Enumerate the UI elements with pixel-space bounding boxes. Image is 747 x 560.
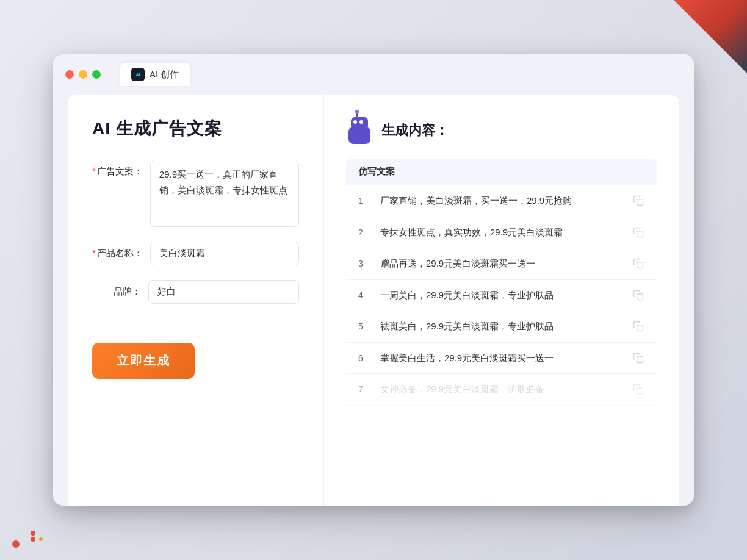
row-number: 5: [358, 321, 370, 331]
row-number: 6: [358, 353, 370, 363]
copy-icon[interactable]: [632, 382, 645, 396]
table-body: 1厂家直销，美白淡斑霜，买一送一，29.9元抢购 2专抹女性斑点，真实功效，29…: [346, 185, 657, 406]
robot-icon: [346, 117, 373, 144]
product-name-required: *: [92, 248, 96, 258]
row-content: 女神必备，29.9元美白淡斑霜，护肤必备: [380, 382, 622, 397]
row-content: 一周美白，29.9元美白淡斑霜，专业护肤品: [380, 289, 622, 303]
row-content: 专抹女性斑点，真实功效，29.9元美白淡斑霜: [380, 226, 622, 240]
product-name-group: *产品名称：: [92, 242, 299, 265]
deco-dot-2: [39, 537, 43, 541]
row-number: 1: [358, 196, 370, 206]
traffic-light-red[interactable]: [65, 70, 74, 79]
browser-tab[interactable]: AI 创作: [120, 63, 190, 86]
svg-rect-5: [637, 357, 643, 363]
row-number: 3: [358, 259, 370, 268]
row-content: 赠品再送，29.9元美白淡斑霜买一送一: [380, 257, 622, 271]
traffic-light-yellow[interactable]: [79, 70, 87, 79]
row-content: 掌握美白生活，29.9元美白淡斑霜买一送一: [380, 351, 622, 365]
ad-copy-input[interactable]: 29.9买一送一，真正的厂家直销，美白淡斑霜，专抹女性斑点: [150, 160, 299, 227]
table-row: 5祛斑美白，29.9元美白淡斑霜，专业护肤品: [346, 311, 657, 343]
row-number: 7: [358, 384, 370, 394]
brand-label: 品牌：: [92, 280, 141, 298]
copy-icon[interactable]: [632, 289, 645, 302]
brand-input[interactable]: [148, 280, 299, 304]
table-row: 3赠品再送，29.9元美白淡斑霜买一送一: [346, 248, 657, 280]
row-content: 厂家直销，美白淡斑霜，买一送一，29.9元抢购: [380, 194, 622, 208]
left-panel: AI 生成广告文案 *广告文案： 29.9买一送一，真正的厂家直销，美白淡斑霜，…: [68, 95, 324, 506]
svg-rect-3: [637, 294, 643, 300]
generate-button[interactable]: 立即生成: [92, 343, 195, 379]
table-row: 6掌握美白生活，29.9元美白淡斑霜买一送一: [346, 343, 657, 375]
result-title: 生成内容：: [381, 121, 449, 140]
svg-rect-1: [637, 231, 643, 237]
browser-window: AI 创作 AI 生成广告文案 *广告文案： 29.9买一送一，真正的厂家直销，…: [53, 54, 694, 506]
traffic-light-green[interactable]: [92, 70, 101, 79]
deco-dots: [31, 537, 43, 542]
table-row: 1厂家直销，美白淡斑霜，买一送一，29.9元抢购: [346, 185, 657, 217]
copy-icon[interactable]: [632, 257, 645, 270]
traffic-lights: [65, 70, 101, 79]
table-header: 仿写文案: [346, 159, 657, 185]
row-number: 2: [358, 228, 370, 237]
right-panel: 生成内容： 仿写文案 1厂家直销，美白淡斑霜，买一送一，29.9元抢购 2专抹女…: [324, 95, 679, 506]
ad-copy-label: *广告文案：: [92, 160, 143, 178]
copy-icon[interactable]: [632, 320, 645, 333]
tab-label: AI 创作: [150, 69, 179, 81]
row-content: 祛斑美白，29.9元美白淡斑霜，专业护肤品: [380, 320, 622, 334]
page-title: AI 生成广告文案: [92, 117, 299, 140]
deco-corner-bottom-left: [0, 511, 49, 560]
robot-body: [348, 127, 370, 144]
svg-rect-0: [637, 199, 643, 206]
row-number: 4: [358, 290, 370, 300]
product-name-label: *产品名称：: [92, 242, 143, 259]
product-name-input[interactable]: [150, 242, 299, 265]
table-row: 2专抹女性斑点，真实功效，29.9元美白淡斑霜: [346, 217, 657, 249]
tab-icon: [131, 68, 145, 81]
deco-dot-1: [31, 537, 35, 542]
table-row: 7女神必备，29.9元美白淡斑霜，护肤必备: [346, 374, 657, 406]
table-row: 4一周美白，29.9元美白淡斑霜，专业护肤品: [346, 280, 657, 312]
ad-copy-required: *: [92, 166, 96, 176]
svg-rect-2: [637, 262, 643, 268]
copy-icon[interactable]: [632, 194, 645, 207]
svg-rect-6: [637, 388, 643, 394]
brand-group: 品牌：: [92, 280, 299, 304]
copy-icon[interactable]: [632, 351, 645, 365]
main-content: AI 生成广告文案 *广告文案： 29.9买一送一，真正的厂家直销，美白淡斑霜，…: [68, 95, 679, 506]
title-bar: AI 创作: [53, 54, 694, 95]
result-header: 生成内容：: [346, 117, 657, 144]
ad-copy-group: *广告文案： 29.9买一送一，真正的厂家直销，美白淡斑霜，专抹女性斑点: [92, 160, 299, 227]
result-table: 仿写文案 1厂家直销，美白淡斑霜，买一送一，29.9元抢购 2专抹女性斑点，真实…: [346, 159, 657, 492]
svg-rect-4: [637, 325, 643, 331]
copy-icon[interactable]: [632, 226, 645, 239]
